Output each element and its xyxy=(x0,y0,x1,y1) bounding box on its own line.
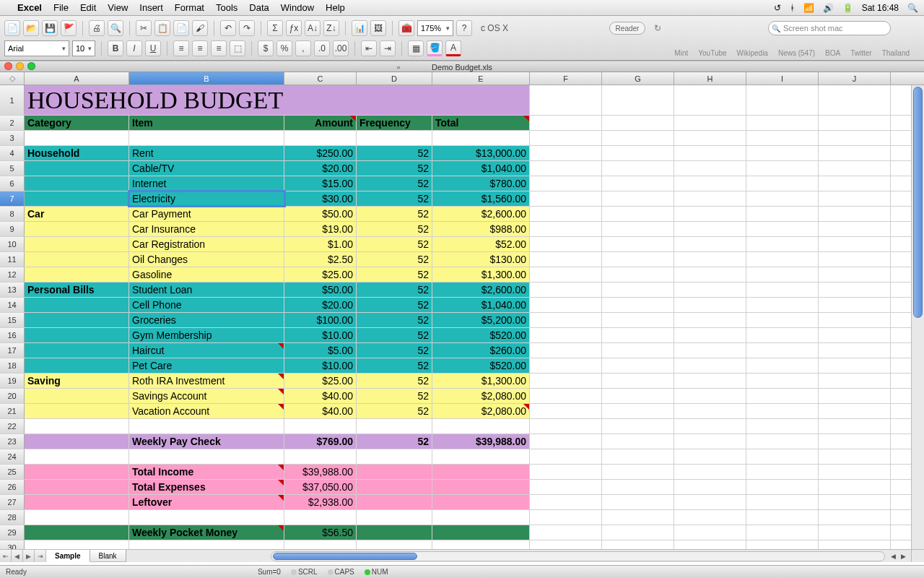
clock[interactable]: Sat 16:48 xyxy=(862,3,899,13)
cell-rest[interactable] xyxy=(602,85,674,115)
cell-B[interactable]: Weekly Pocket Money xyxy=(129,525,284,540)
cell-B[interactable]: Car Insurance xyxy=(129,222,284,236)
row-header-19[interactable]: 19 xyxy=(0,374,25,388)
cell-rest[interactable] xyxy=(819,222,891,236)
cell-rest[interactable] xyxy=(674,374,746,388)
row-header-18[interactable]: 18 xyxy=(0,358,25,373)
row-header-29[interactable]: 29 xyxy=(0,525,25,540)
cell-D[interactable]: 52 xyxy=(357,191,432,206)
cell-rest[interactable] xyxy=(674,313,746,327)
cell-A[interactable] xyxy=(25,328,129,342)
cell-rest[interactable] xyxy=(819,343,891,358)
cell-rest[interactable] xyxy=(819,85,891,115)
cell-A[interactable] xyxy=(25,419,129,434)
cell-rest[interactable] xyxy=(746,343,819,358)
wifi-icon[interactable]: 📶 xyxy=(803,3,814,13)
cell-rest[interactable] xyxy=(530,267,602,282)
cell-C[interactable]: $5.00 xyxy=(284,343,357,358)
cell-B[interactable]: Vacation Account xyxy=(129,404,284,418)
cell-rest[interactable] xyxy=(602,358,674,373)
row-header-5[interactable]: 5 xyxy=(0,161,25,176)
open-icon[interactable]: 📂 xyxy=(23,20,39,36)
cell-D[interactable]: 52 xyxy=(357,313,432,327)
window-controls[interactable] xyxy=(4,62,35,70)
battery-icon[interactable]: 🔋 xyxy=(842,3,853,13)
cell-rest[interactable] xyxy=(674,161,746,176)
cell-B[interactable] xyxy=(129,449,284,464)
select-all-corner[interactable]: ◇ xyxy=(0,72,25,85)
cell-rest[interactable] xyxy=(819,419,891,434)
cell-B[interactable]: Electricity xyxy=(129,191,284,206)
minimize-icon[interactable] xyxy=(16,62,24,70)
cell-rest[interactable] xyxy=(746,176,819,191)
redo-icon[interactable]: ↷ xyxy=(239,20,255,36)
col-header-C[interactable]: C xyxy=(284,72,357,85)
format-painter-icon[interactable]: 🖌 xyxy=(192,20,208,36)
app-menu[interactable]: Excel xyxy=(17,2,42,13)
cell-E[interactable]: Total xyxy=(432,116,530,130)
cell-rest[interactable] xyxy=(674,449,746,464)
cell-E[interactable]: $39,988.00 xyxy=(432,434,530,449)
cell-B[interactable] xyxy=(129,131,284,145)
align-center-icon[interactable]: ≡ xyxy=(192,40,208,56)
cell-E[interactable]: $520.00 xyxy=(432,358,530,373)
cell-rest[interactable] xyxy=(674,480,746,494)
cell-C[interactable]: $15.00 xyxy=(284,176,357,191)
cell-rest[interactable] xyxy=(602,191,674,206)
cell-rest[interactable] xyxy=(530,313,602,327)
cell-rest[interactable] xyxy=(602,161,674,176)
row-header-6[interactable]: 6 xyxy=(0,176,25,191)
cell-B[interactable]: Student Loan xyxy=(129,282,284,297)
cell-rest[interactable] xyxy=(602,540,674,549)
paste-icon[interactable]: 📄 xyxy=(173,20,189,36)
cell-rest[interactable] xyxy=(674,298,746,312)
menu-file[interactable]: File xyxy=(53,2,69,13)
cell-A[interactable] xyxy=(25,465,129,479)
cell-rest[interactable] xyxy=(530,176,602,191)
cell-rest[interactable] xyxy=(674,358,746,373)
cell-rest[interactable] xyxy=(819,176,891,191)
cell-D[interactable]: Frequency xyxy=(357,116,432,130)
font-color-icon[interactable]: A xyxy=(445,40,461,56)
reader-button[interactable]: Reader xyxy=(609,22,646,35)
cell-C[interactable]: Amount xyxy=(284,116,357,130)
sheet-tab-sample[interactable]: Sample xyxy=(46,550,90,562)
cell-E[interactable]: $2,080.00 xyxy=(432,404,530,418)
cell-rest[interactable] xyxy=(819,495,891,509)
sort-desc-icon[interactable]: Z↓ xyxy=(323,20,339,36)
cell-C[interactable]: $20.00 xyxy=(284,161,357,176)
cell-rest[interactable] xyxy=(530,222,602,236)
cell-rest[interactable] xyxy=(674,191,746,206)
row-header-7[interactable]: 7 xyxy=(0,191,25,206)
hscroll-left-icon[interactable]: ◀ xyxy=(888,551,898,561)
cell-rest[interactable] xyxy=(819,540,891,549)
cell-D[interactable] xyxy=(357,480,432,494)
cell-rest[interactable] xyxy=(674,465,746,479)
vertical-scrollbar[interactable] xyxy=(911,85,924,549)
row-header-27[interactable]: 27 xyxy=(0,495,25,509)
menu-window[interactable]: Window xyxy=(281,2,314,13)
cell-rest[interactable] xyxy=(819,449,891,464)
row-header-23[interactable]: 23 xyxy=(0,434,25,449)
cell-rest[interactable] xyxy=(674,267,746,282)
search-input[interactable]: Screen shot mac xyxy=(768,21,891,35)
cell-B[interactable] xyxy=(129,419,284,434)
cell-A[interactable] xyxy=(25,540,129,549)
preview-icon[interactable]: 🔍 xyxy=(108,20,123,36)
row-header-2[interactable]: 2 xyxy=(0,116,25,130)
cell-A[interactable] xyxy=(25,237,129,251)
grid-body[interactable]: 1HOUSEHOLD BUDGET2CategoryItemAmountFreq… xyxy=(0,85,911,549)
cell-rest[interactable] xyxy=(602,298,674,312)
cell-rest[interactable] xyxy=(746,237,819,251)
cell-rest[interactable] xyxy=(746,267,819,282)
cell-B[interactable]: Total Expenses xyxy=(129,480,284,494)
cell-rest[interactable] xyxy=(746,449,819,464)
cell-A[interactable] xyxy=(25,176,129,191)
cell-D[interactable]: 52 xyxy=(357,146,432,160)
cell-rest[interactable] xyxy=(746,191,819,206)
cell-C[interactable]: $2,938.00 xyxy=(284,495,357,509)
cell-A[interactable] xyxy=(25,389,129,403)
cell-rest[interactable] xyxy=(530,328,602,342)
cell-A[interactable] xyxy=(25,222,129,236)
cell-rest[interactable] xyxy=(602,267,674,282)
